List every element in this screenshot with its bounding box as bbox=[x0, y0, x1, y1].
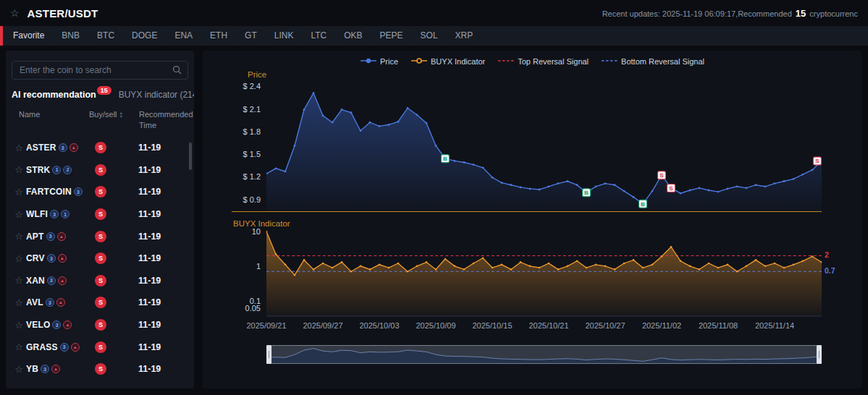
favorite-star-icon[interactable]: ☆ bbox=[12, 253, 26, 264]
rank-badge: 3 bbox=[50, 210, 59, 218]
tab-buyx-indicator[interactable]: BUYX indicator (2144) bbox=[119, 90, 194, 100]
recommend-time: 11-19 bbox=[132, 143, 194, 153]
table-row[interactable]: ☆WLFI31S11-19 bbox=[6, 203, 194, 226]
tab-favorite[interactable]: Favorite bbox=[4, 26, 53, 46]
hot-badge-icon: ▲ bbox=[58, 276, 67, 285]
coin-name: WLFI bbox=[26, 209, 48, 219]
legend-price[interactable]: Price bbox=[361, 57, 398, 66]
coin-cell: GRASS3▲ bbox=[26, 342, 89, 352]
x-axis: 2025/09/212025/09/272025/10/032025/10/09… bbox=[266, 321, 822, 332]
hot-badge-icon: ▲ bbox=[69, 143, 78, 152]
buyx-tick: 1 bbox=[256, 262, 261, 271]
search-icon bbox=[172, 65, 182, 75]
datazoom-handle-left[interactable] bbox=[266, 345, 271, 364]
tab-ena[interactable]: ENA bbox=[166, 26, 201, 46]
price-tick: $ 0.9 bbox=[243, 195, 261, 204]
table-row[interactable]: ☆YB3▲S11-19 bbox=[6, 358, 194, 381]
favorite-star-icon[interactable]: ☆ bbox=[12, 143, 26, 153]
ai-recommendation-label: AI recommendation bbox=[12, 90, 96, 100]
sell-signal-badge: S bbox=[95, 363, 106, 375]
datazoom-handle-right[interactable] bbox=[817, 345, 822, 364]
buyx-chart-wrap: 1010.10.05 20.7 bbox=[232, 229, 822, 317]
tab-link[interactable]: LINK bbox=[266, 26, 303, 46]
tab-gt[interactable]: GT bbox=[236, 26, 266, 46]
favorite-star-icon[interactable]: ☆ bbox=[12, 231, 26, 242]
sell-signal-badge: S bbox=[95, 208, 106, 220]
column-recommended-time[interactable]: Recommended Time bbox=[139, 109, 193, 131]
table-row[interactable]: ☆XAN3▲S11-19 bbox=[6, 270, 194, 292]
tab-pepe[interactable]: PEPE bbox=[371, 26, 412, 46]
buyx-tick: 10 bbox=[252, 227, 261, 236]
svg-text:B: B bbox=[584, 190, 589, 196]
legend-buyx-indicator[interactable]: BUYX Indicator bbox=[411, 57, 485, 66]
favorite-star-icon[interactable]: ☆ bbox=[10, 7, 20, 19]
svg-text:S: S bbox=[660, 172, 664, 179]
rank-badge: 3 bbox=[46, 232, 55, 241]
table-row[interactable]: ☆VELO3▲S11-19 bbox=[6, 314, 194, 336]
buyx-yaxis: 1010.10.05 bbox=[232, 229, 266, 317]
favorite-star-icon[interactable]: ☆ bbox=[12, 164, 26, 175]
favorite-star-icon[interactable]: ☆ bbox=[12, 209, 26, 220]
tab-btc[interactable]: BTC bbox=[88, 26, 123, 46]
x-axis-label: 2025/11/14 bbox=[755, 321, 794, 330]
tab-okb[interactable]: OKB bbox=[335, 26, 371, 46]
content: AI recommendation15 BUYX indicator (2144… bbox=[0, 46, 868, 395]
sort-icon[interactable]: ▲▼ bbox=[119, 111, 123, 118]
rank-badge: 3 bbox=[47, 276, 56, 285]
favorite-star-icon[interactable]: ☆ bbox=[12, 364, 26, 375]
table-row[interactable]: ☆STRK12S11-19 bbox=[6, 159, 194, 182]
legend-top-reversal-signal[interactable]: Top Reversal Signal bbox=[498, 57, 589, 66]
x-axis-label: 2025/10/27 bbox=[585, 321, 625, 330]
coin-list: ☆ASTER3▲S11-19☆STRK12S11-19☆FARTCOIN3S11… bbox=[6, 137, 194, 381]
sidebar-scrollbar[interactable] bbox=[189, 143, 192, 170]
coin-cell: WLFI31 bbox=[26, 209, 89, 219]
buyx-chart[interactable] bbox=[266, 229, 822, 317]
sidebar: AI recommendation15 BUYX indicator (2144… bbox=[6, 51, 194, 388]
threshold-label: 0.7 bbox=[825, 266, 835, 275]
column-buysell[interactable]: Buy/sell ▲▼ bbox=[89, 109, 139, 120]
favorite-star-icon[interactable]: ☆ bbox=[12, 187, 26, 198]
x-axis-label: 2025/10/21 bbox=[528, 321, 568, 330]
tab-bnb[interactable]: BNB bbox=[53, 26, 88, 46]
tab-bar: FavoriteBNBBTCDOGEENAETHGTLINKLTCOKBPEPE… bbox=[0, 26, 868, 46]
tab-xrp[interactable]: XRP bbox=[447, 26, 482, 46]
table-row[interactable]: ☆APT3▲S11-19 bbox=[6, 225, 194, 247]
sort-down-icon: ▼ bbox=[119, 115, 123, 119]
tab-ai-recommendation[interactable]: AI recommendation15 bbox=[12, 90, 111, 100]
table-row[interactable]: ☆GRASS3▲S11-19 bbox=[6, 336, 194, 358]
tab-eth[interactable]: ETH bbox=[201, 26, 236, 46]
favorite-star-icon[interactable]: ☆ bbox=[12, 341, 26, 352]
price-tick: $ 2.4 bbox=[243, 82, 261, 90]
column-name[interactable]: Name bbox=[19, 109, 89, 120]
table-row[interactable]: ☆ASTER3▲S11-19 bbox=[6, 137, 194, 159]
coin-cell: YB3▲ bbox=[26, 364, 89, 374]
price-chart[interactable]: BBBSSS bbox=[266, 80, 822, 211]
table-row[interactable]: ☆AVL3▲S11-19 bbox=[6, 292, 194, 314]
favorite-star-icon[interactable]: ☆ bbox=[12, 320, 26, 331]
datazoom-slider[interactable] bbox=[266, 345, 822, 365]
search-input[interactable] bbox=[12, 61, 188, 80]
tab-ltc[interactable]: LTC bbox=[302, 26, 335, 46]
buyx-indicator-legend-icon bbox=[411, 57, 427, 66]
favorite-star-icon[interactable]: ☆ bbox=[12, 275, 26, 286]
tab-doge[interactable]: DOGE bbox=[123, 26, 166, 46]
coin-search bbox=[12, 61, 188, 80]
recommend-time: 11-19 bbox=[132, 297, 194, 307]
favorite-star-icon[interactable]: ☆ bbox=[12, 297, 26, 308]
sell-signal-badge: S bbox=[95, 297, 106, 308]
updates-suffix: cryptocurrenc bbox=[807, 9, 858, 18]
table-row[interactable]: ☆CRV3▲S11-19 bbox=[6, 247, 194, 270]
rank-badge: 3 bbox=[52, 320, 61, 329]
table-row[interactable]: ☆FARTCOIN3S11-19 bbox=[6, 181, 194, 203]
tab-bar-accent bbox=[0, 26, 3, 46]
coin-name: GRASS bbox=[26, 342, 58, 352]
updates-prefix: Recent updates: 2025-11-19 06:09:17,Reco… bbox=[602, 9, 794, 18]
hot-badge-icon: ▲ bbox=[63, 320, 72, 329]
coin-name: ASTER bbox=[26, 143, 56, 153]
price-tick: $ 1.5 bbox=[243, 150, 261, 158]
legend-bottom-reversal-signal[interactable]: Bottom Reversal Signal bbox=[602, 57, 704, 66]
buyx-tick: 0.05 bbox=[245, 304, 261, 313]
rank-badge: 2 bbox=[63, 166, 72, 174]
tab-sol[interactable]: SOL bbox=[412, 26, 447, 46]
rank-badge: 3 bbox=[47, 254, 56, 263]
